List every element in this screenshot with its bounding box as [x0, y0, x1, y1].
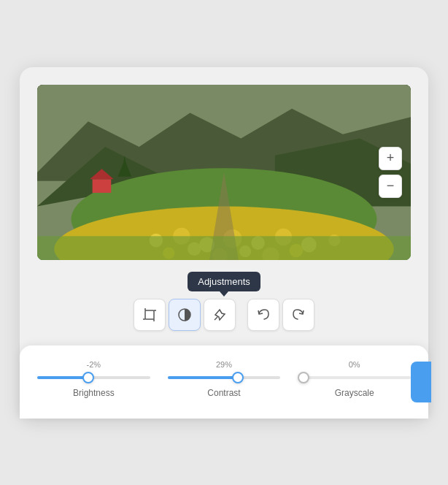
toolbar: [37, 299, 411, 331]
svg-line-31: [215, 317, 217, 320]
grayscale-label: Grayscale: [335, 388, 374, 398]
editor-card: + − Adjustments: [20, 67, 428, 419]
tooltip-label: Adjustments: [198, 276, 250, 287]
image-container: + −: [37, 85, 411, 260]
tooltip-wrapper: Adjustments: [37, 272, 411, 291]
grayscale-slider-track[interactable]: [298, 376, 411, 379]
crop-tool-button[interactable]: [134, 299, 166, 331]
svg-rect-25: [145, 310, 154, 319]
contrast-slider-thumb[interactable]: [232, 372, 244, 383]
brightness-label: Brightness: [73, 388, 115, 398]
undo-button[interactable]: [247, 299, 279, 331]
adjustments-tooltip: Adjustments: [188, 272, 260, 291]
pin-icon: [212, 308, 227, 322]
brightness-adjustment: -2% Brightness: [37, 360, 150, 398]
zoom-controls: + −: [379, 147, 402, 198]
pin-tool-button[interactable]: [204, 299, 236, 331]
zoom-out-button[interactable]: −: [379, 175, 402, 198]
brightness-value: -2%: [87, 360, 101, 369]
grayscale-adjustment: 0% Grayscale: [298, 360, 411, 398]
grayscale-slider-thumb[interactable]: [298, 372, 309, 383]
svg-rect-24: [37, 236, 411, 260]
svg-rect-20: [93, 179, 112, 193]
contrast-slider-fill: [168, 376, 238, 379]
redo-button[interactable]: [282, 299, 314, 331]
brightness-slider-fill: [37, 376, 88, 379]
contrast-slider-track[interactable]: [168, 376, 281, 379]
side-tab[interactable]: [411, 362, 431, 402]
brightness-contrast-tool-button[interactable]: [169, 299, 201, 331]
contrast-label: Contrast: [207, 388, 240, 398]
redo-icon: [291, 308, 306, 322]
zoom-in-button[interactable]: +: [379, 147, 402, 170]
undo-icon: [256, 308, 271, 322]
brightness-slider-track[interactable]: [37, 376, 150, 379]
contrast-icon: [177, 308, 192, 322]
crop-icon: [142, 308, 157, 322]
landscape-image: [37, 85, 411, 260]
brightness-slider-thumb[interactable]: [82, 372, 94, 383]
contrast-adjustment: 29% Contrast: [168, 360, 281, 398]
grayscale-value: 0%: [349, 360, 360, 369]
adjustments-panel: -2% Brightness 29% Contrast 0% Grayscale: [20, 345, 428, 419]
contrast-value: 29%: [216, 360, 232, 369]
